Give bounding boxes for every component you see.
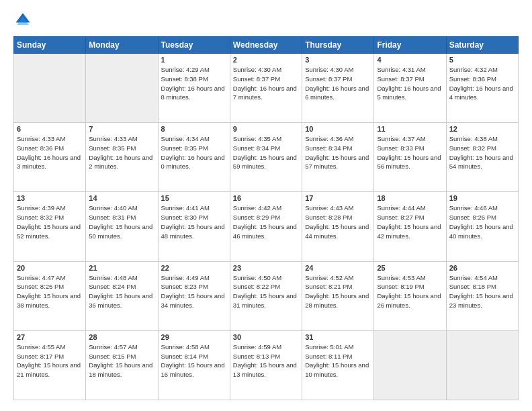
day-info: Sunrise: 4:44 AMSunset: 8:27 PMDaylight:… xyxy=(377,203,443,240)
day-number: 30 xyxy=(233,333,299,341)
day-info: Sunrise: 4:33 AMSunset: 8:35 PMDaylight:… xyxy=(89,134,154,171)
day-info: Sunrise: 4:31 AMSunset: 8:37 PMDaylight:… xyxy=(377,65,443,102)
day-info: Sunrise: 4:29 AMSunset: 8:38 PMDaylight:… xyxy=(161,65,227,102)
calendar-cell: 6Sunrise: 4:33 AMSunset: 8:36 PMDaylight… xyxy=(14,123,86,192)
day-number: 29 xyxy=(161,333,227,341)
day-number: 9 xyxy=(233,125,299,133)
day-number: 22 xyxy=(161,264,227,272)
day-number: 13 xyxy=(17,194,83,202)
calendar-cell: 21Sunrise: 4:48 AMSunset: 8:24 PMDayligh… xyxy=(86,261,158,330)
calendar-cell: 2Sunrise: 4:30 AMSunset: 8:37 PMDaylight… xyxy=(230,54,302,123)
weekday-header: Tuesday xyxy=(158,37,230,54)
calendar-cell: 29Sunrise: 4:58 AMSunset: 8:14 PMDayligh… xyxy=(158,330,230,400)
day-number: 4 xyxy=(377,56,443,64)
day-number: 24 xyxy=(305,264,371,272)
calendar-cell: 11Sunrise: 4:37 AMSunset: 8:33 PMDayligh… xyxy=(374,123,446,192)
logo-icon xyxy=(13,11,32,30)
calendar-cell: 18Sunrise: 4:44 AMSunset: 8:27 PMDayligh… xyxy=(374,192,446,261)
calendar-cell: 15Sunrise: 4:41 AMSunset: 8:30 PMDayligh… xyxy=(158,192,230,261)
day-number: 12 xyxy=(449,125,515,133)
calendar-cell: 20Sunrise: 4:47 AMSunset: 8:25 PMDayligh… xyxy=(14,261,86,330)
day-number: 11 xyxy=(377,125,443,133)
calendar-cell: 26Sunrise: 4:54 AMSunset: 8:18 PMDayligh… xyxy=(446,261,518,330)
day-number: 26 xyxy=(449,264,515,272)
calendar-cell: 10Sunrise: 4:36 AMSunset: 8:34 PMDayligh… xyxy=(302,123,374,192)
day-number: 3 xyxy=(305,56,371,64)
weekday-header: Thursday xyxy=(302,37,374,54)
day-info: Sunrise: 4:35 AMSunset: 8:34 PMDaylight:… xyxy=(233,134,299,171)
calendar-cell: 25Sunrise: 4:53 AMSunset: 8:19 PMDayligh… xyxy=(374,261,446,330)
weekday-header: Friday xyxy=(374,37,446,54)
header xyxy=(13,11,519,30)
day-info: Sunrise: 4:42 AMSunset: 8:29 PMDaylight:… xyxy=(233,203,299,240)
calendar-cell: 4Sunrise: 4:31 AMSunset: 8:37 PMDaylight… xyxy=(374,54,446,123)
calendar-table: SundayMondayTuesdayWednesdayThursdayFrid… xyxy=(13,36,519,400)
day-info: Sunrise: 5:01 AMSunset: 8:11 PMDaylight:… xyxy=(305,342,371,379)
day-info: Sunrise: 4:47 AMSunset: 8:25 PMDaylight:… xyxy=(17,273,83,310)
day-number: 21 xyxy=(89,264,154,272)
calendar-week-row: 6Sunrise: 4:33 AMSunset: 8:36 PMDaylight… xyxy=(14,123,519,192)
page: SundayMondayTuesdayWednesdayThursdayFrid… xyxy=(0,0,532,411)
day-number: 7 xyxy=(89,125,154,133)
day-info: Sunrise: 4:34 AMSunset: 8:35 PMDaylight:… xyxy=(161,134,227,171)
day-info: Sunrise: 4:38 AMSunset: 8:32 PMDaylight:… xyxy=(449,134,515,171)
day-info: Sunrise: 4:46 AMSunset: 8:26 PMDaylight:… xyxy=(449,203,515,240)
calendar-cell: 12Sunrise: 4:38 AMSunset: 8:32 PMDayligh… xyxy=(446,123,518,192)
day-number: 5 xyxy=(449,56,515,64)
calendar-header-row: SundayMondayTuesdayWednesdayThursdayFrid… xyxy=(14,37,519,54)
day-info: Sunrise: 4:39 AMSunset: 8:32 PMDaylight:… xyxy=(17,203,83,240)
day-number: 8 xyxy=(161,125,227,133)
day-number: 17 xyxy=(305,194,371,202)
calendar-cell: 31Sunrise: 5:01 AMSunset: 8:11 PMDayligh… xyxy=(302,330,374,400)
calendar-cell: 14Sunrise: 4:40 AMSunset: 8:31 PMDayligh… xyxy=(86,192,158,261)
weekday-header: Wednesday xyxy=(230,37,302,54)
day-info: Sunrise: 4:49 AMSunset: 8:23 PMDaylight:… xyxy=(161,273,227,310)
weekday-header: Monday xyxy=(86,37,158,54)
day-info: Sunrise: 4:58 AMSunset: 8:14 PMDaylight:… xyxy=(161,342,227,379)
day-info: Sunrise: 4:52 AMSunset: 8:21 PMDaylight:… xyxy=(305,273,371,310)
day-number: 6 xyxy=(17,125,83,133)
day-info: Sunrise: 4:37 AMSunset: 8:33 PMDaylight:… xyxy=(377,134,443,171)
day-info: Sunrise: 4:30 AMSunset: 8:37 PMDaylight:… xyxy=(233,65,299,102)
calendar-cell xyxy=(86,54,158,123)
day-info: Sunrise: 4:40 AMSunset: 8:31 PMDaylight:… xyxy=(89,203,154,240)
weekday-header: Sunday xyxy=(14,37,86,54)
calendar-cell: 19Sunrise: 4:46 AMSunset: 8:26 PMDayligh… xyxy=(446,192,518,261)
logo xyxy=(13,11,35,30)
calendar-cell: 22Sunrise: 4:49 AMSunset: 8:23 PMDayligh… xyxy=(158,261,230,330)
day-number: 28 xyxy=(89,333,154,341)
day-number: 27 xyxy=(17,333,83,341)
calendar-week-row: 1Sunrise: 4:29 AMSunset: 8:38 PMDaylight… xyxy=(14,54,519,123)
day-info: Sunrise: 4:33 AMSunset: 8:36 PMDaylight:… xyxy=(17,134,83,171)
day-number: 25 xyxy=(377,264,443,272)
day-number: 20 xyxy=(17,264,83,272)
calendar-cell: 17Sunrise: 4:43 AMSunset: 8:28 PMDayligh… xyxy=(302,192,374,261)
calendar-cell xyxy=(14,54,86,123)
calendar-cell: 16Sunrise: 4:42 AMSunset: 8:29 PMDayligh… xyxy=(230,192,302,261)
calendar-cell: 28Sunrise: 4:57 AMSunset: 8:15 PMDayligh… xyxy=(86,330,158,400)
day-number: 31 xyxy=(305,333,371,341)
calendar-cell: 30Sunrise: 4:59 AMSunset: 8:13 PMDayligh… xyxy=(230,330,302,400)
day-number: 23 xyxy=(233,264,299,272)
calendar-cell: 1Sunrise: 4:29 AMSunset: 8:38 PMDaylight… xyxy=(158,54,230,123)
calendar-cell: 24Sunrise: 4:52 AMSunset: 8:21 PMDayligh… xyxy=(302,261,374,330)
day-number: 18 xyxy=(377,194,443,202)
day-number: 2 xyxy=(233,56,299,64)
day-info: Sunrise: 4:48 AMSunset: 8:24 PMDaylight:… xyxy=(89,273,154,310)
day-info: Sunrise: 4:36 AMSunset: 8:34 PMDaylight:… xyxy=(305,134,371,171)
calendar-cell: 13Sunrise: 4:39 AMSunset: 8:32 PMDayligh… xyxy=(14,192,86,261)
day-info: Sunrise: 4:54 AMSunset: 8:18 PMDaylight:… xyxy=(449,273,515,310)
calendar-cell: 23Sunrise: 4:50 AMSunset: 8:22 PMDayligh… xyxy=(230,261,302,330)
day-info: Sunrise: 4:41 AMSunset: 8:30 PMDaylight:… xyxy=(161,203,227,240)
calendar-cell: 3Sunrise: 4:30 AMSunset: 8:37 PMDaylight… xyxy=(302,54,374,123)
day-info: Sunrise: 4:32 AMSunset: 8:36 PMDaylight:… xyxy=(449,65,515,102)
day-info: Sunrise: 4:30 AMSunset: 8:37 PMDaylight:… xyxy=(305,65,371,102)
calendar-week-row: 13Sunrise: 4:39 AMSunset: 8:32 PMDayligh… xyxy=(14,192,519,261)
day-info: Sunrise: 4:57 AMSunset: 8:15 PMDaylight:… xyxy=(89,342,154,379)
calendar-cell xyxy=(446,330,518,400)
calendar-cell: 9Sunrise: 4:35 AMSunset: 8:34 PMDaylight… xyxy=(230,123,302,192)
day-number: 19 xyxy=(449,194,515,202)
day-info: Sunrise: 4:53 AMSunset: 8:19 PMDaylight:… xyxy=(377,273,443,310)
day-number: 1 xyxy=(161,56,227,64)
day-number: 15 xyxy=(161,194,227,202)
